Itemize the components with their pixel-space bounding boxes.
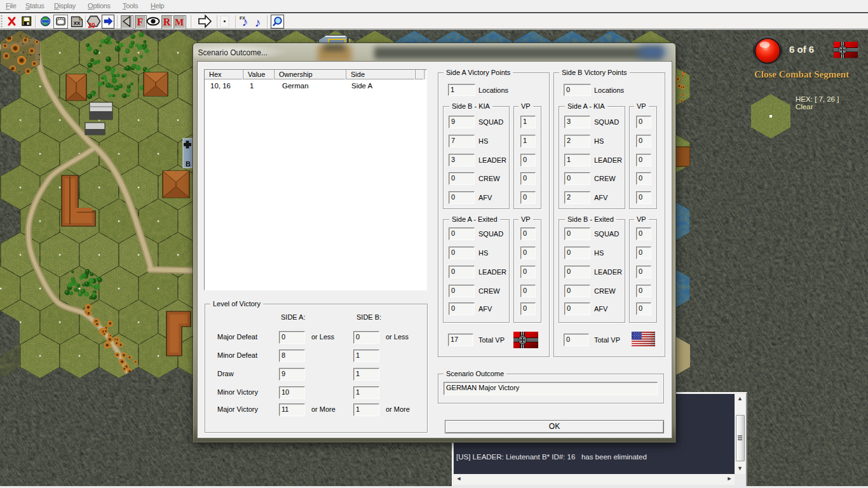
svg-text:F: F bbox=[137, 17, 144, 27]
svg-text:R: R bbox=[163, 17, 171, 27]
svg-text:20: 20 bbox=[88, 22, 96, 29]
svg-text:♪: ♪ bbox=[242, 15, 248, 29]
svg-text:M: M bbox=[175, 17, 184, 27]
svg-text:B: B bbox=[186, 160, 191, 168]
svg-text:♪: ♪ bbox=[255, 16, 261, 29]
svg-text:xx: xx bbox=[74, 19, 81, 26]
